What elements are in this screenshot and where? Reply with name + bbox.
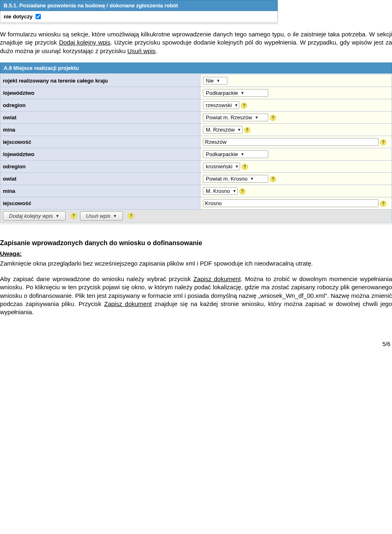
add-entry-button[interactable]: Dodaj kolejny wpis▼: [3, 211, 66, 221]
select-dropdown[interactable]: M. Rzeszów▼: [203, 126, 243, 134]
chevron-down-icon: ▼: [234, 103, 238, 107]
field-value-cell: rzeszowski▼?: [200, 99, 392, 111]
select-dropdown[interactable]: Powiat m. Rzeszów▼: [203, 114, 268, 121]
chevron-down-icon: ▼: [232, 189, 236, 193]
field-value-cell: Powiat m. Rzeszów▼?: [200, 111, 392, 123]
select-dropdown[interactable]: M. Krosno▼: [203, 187, 238, 195]
field-value-cell: Powiat m. Krosno▼?: [200, 172, 392, 185]
chevron-down-icon: ▼: [235, 164, 239, 169]
field-value-cell: Rzeszów?: [200, 136, 392, 148]
help-icon[interactable]: ?: [270, 115, 276, 121]
chevron-down-icon: ▼: [113, 214, 117, 218]
chevron-down-icon: ▼: [56, 214, 60, 218]
nie-dotyczy-label: nie dotyczy: [4, 13, 33, 20]
help-icon[interactable]: ?: [380, 139, 386, 145]
select-dropdown[interactable]: Nie▼: [203, 77, 227, 85]
chevron-down-icon: ▼: [241, 152, 245, 156]
field-label: owiat: [0, 172, 200, 185]
help-icon[interactable]: ?: [239, 188, 245, 194]
text-input[interactable]: Rzeszów: [203, 138, 379, 146]
select-dropdown[interactable]: rzeszowski▼: [203, 101, 239, 109]
field-value-cell: M. Rzeszów▼?: [200, 123, 392, 136]
help-icon[interactable]: ?: [71, 213, 77, 219]
field-value-cell: krośnieński▼?: [200, 160, 392, 172]
select-dropdown[interactable]: Podkarpackie▼: [203, 89, 268, 97]
field-label: odregion: [0, 99, 200, 111]
heading-warning: Uwaga:: [0, 250, 392, 257]
chevron-down-icon: ▼: [250, 177, 254, 181]
help-icon[interactable]: ?: [241, 103, 247, 109]
field-label: /ojewództwo: [0, 87, 200, 99]
field-value-cell: M. Krosno▼?: [200, 185, 392, 197]
help-icon[interactable]: ?: [380, 201, 386, 207]
section-a8-header: A.8 Miejsce realizacji projektu: [0, 63, 392, 74]
chevron-down-icon: ▼: [216, 78, 220, 83]
chevron-down-icon: ▼: [254, 115, 258, 120]
field-value-cell: Podkarpackie▼: [200, 87, 392, 99]
delete-entry-button[interactable]: Usuń wpis▼: [80, 211, 123, 221]
heading-save: Zapisanie wprowadzonych danych do wniosk…: [0, 239, 392, 247]
field-label: mina: [0, 123, 200, 136]
field-label: /ojewództwo: [0, 148, 200, 160]
paragraph-3: Aby zapisać dane wprowadzone do wniosku …: [0, 275, 392, 316]
field-label: iejscowość: [0, 197, 200, 209]
chevron-down-icon: ▼: [237, 127, 241, 132]
select-dropdown[interactable]: Podkarpackie▼: [203, 150, 268, 158]
form-table: rojekt realizowany na terenie całego kra…: [0, 74, 392, 210]
help-icon[interactable]: ?: [242, 164, 248, 170]
help-icon[interactable]: ?: [270, 176, 276, 182]
section-b51-header: B.5.1. Posiadane pozwolenia na budowę / …: [0, 0, 278, 11]
field-value-cell: Nie▼: [200, 74, 392, 87]
field-label: odregion: [0, 160, 200, 172]
paragraph-1: W formularzu wniosku są sekcje, które um…: [0, 30, 392, 55]
text-input[interactable]: Krosno: [203, 199, 379, 207]
field-label: owiat: [0, 111, 200, 123]
chevron-down-icon: ▼: [241, 91, 245, 95]
field-value-cell: Krosno?: [200, 197, 392, 209]
select-dropdown[interactable]: Powiat m. Krosno▼: [203, 175, 268, 183]
paragraph-2: Zamknięcie okna przeglądarki bez wcześni…: [0, 259, 392, 268]
field-value-cell: Podkarpackie▼: [200, 148, 392, 160]
page-number: 5/6: [0, 341, 392, 347]
help-icon[interactable]: ?: [244, 127, 250, 133]
help-icon[interactable]: ?: [128, 213, 134, 219]
field-label: rojekt realizowany na terenie całego kra…: [0, 74, 200, 87]
select-dropdown[interactable]: krośnieński▼: [203, 163, 240, 170]
button-bar: Dodaj kolejny wpis▼ ? Usuń wpis▼ ?: [0, 210, 392, 223]
field-label: iejscowość: [0, 136, 200, 148]
field-label: mina: [0, 185, 200, 197]
nie-dotyczy-checkbox[interactable]: [36, 14, 41, 19]
